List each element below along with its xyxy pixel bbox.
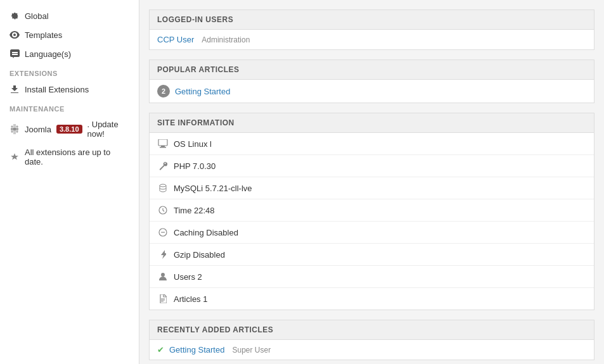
joomla-label: Joomla — [25, 125, 51, 134]
popular-article-count: 2 — [157, 85, 170, 97]
sidebar-item-languages[interactable]: Language(s) — [0, 44, 139, 63]
clock-icon — [157, 204, 169, 216]
logged-in-user-role: Administration — [202, 35, 250, 44]
sidebar-item-global-label: Global — [25, 11, 49, 21]
site-info-time-text: Time 22:48 — [174, 206, 215, 215]
sidebar-item-templates-label: Templates — [25, 30, 62, 40]
site-info-articles: Articles 1 — [150, 288, 594, 310]
svg-point-6 — [161, 273, 165, 277]
logged-in-user-row: CCP User Administration — [150, 30, 594, 49]
star-icon — [10, 152, 20, 162]
svg-point-3 — [160, 184, 166, 187]
gear-icon — [10, 11, 20, 21]
check-icon: ✔ — [157, 345, 164, 355]
svg-rect-1 — [161, 146, 165, 147]
site-info-php: PHP 7.0.30 — [150, 155, 594, 177]
popular-articles-panel: POPULAR ARTICLES 2 Getting Started — [149, 60, 594, 103]
site-info-gzip-text: Gzip Disabled — [174, 250, 225, 260]
site-info-os: OS Linux l — [150, 133, 594, 155]
recently-added-article-author: Super User — [232, 346, 271, 355]
site-info-gzip: Gzip Disabled — [150, 244, 594, 266]
main-content: LOGGED-IN USERS CCP User Administration … — [139, 0, 604, 364]
logged-in-user-link[interactable]: CCP User — [157, 35, 194, 44]
joomla-icon — [10, 124, 20, 134]
logged-in-users-panel: LOGGED-IN USERS CCP User Administration — [149, 9, 594, 50]
site-info-os-text: OS Linux l — [174, 139, 212, 149]
bolt-icon — [157, 249, 169, 260]
svg-rect-2 — [160, 147, 166, 148]
logged-in-users-header: LOGGED-IN USERS — [150, 10, 594, 30]
sidebar-item-install-extensions[interactable]: Install Extensions — [0, 80, 139, 99]
site-info-mysql-text: MySQLi 5.7.21-cll-lve — [174, 184, 252, 193]
recently-added-header: RECENTLY ADDED ARTICLES — [150, 320, 594, 340]
maintenance-section-label: MAINTENANCE — [0, 99, 139, 115]
recently-added-article-link[interactable]: Getting Started — [169, 345, 224, 355]
eye-icon — [10, 30, 20, 40]
database-icon — [157, 182, 169, 194]
sidebar-item-languages-label: Language(s) — [25, 49, 71, 59]
site-info-php-text: PHP 7.0.30 — [174, 161, 215, 171]
sidebar-item-install-extensions-label: Install Extensions — [25, 85, 89, 94]
site-info-users: Users 2 — [150, 266, 594, 288]
joomla-version-badge: 3.8.10 — [56, 125, 82, 134]
site-info-users-text: Users 2 — [174, 272, 202, 282]
site-info-caching: Caching Disabled — [150, 222, 594, 244]
monitor-icon — [157, 138, 169, 149]
sidebar-item-extensions-uptodate: All extensions are up to date. — [0, 143, 139, 171]
joomla-update-text: . Update now! — [87, 120, 129, 139]
site-info-articles-text: Articles 1 — [174, 294, 207, 304]
sidebar-item-joomla[interactable]: Joomla 3.8.10 . Update now! — [0, 115, 139, 143]
file-icon — [157, 293, 169, 304]
site-information-header: SITE INFORMATION — [150, 113, 594, 133]
site-info-mysql: MySQLi 5.7.21-cll-lve — [150, 177, 594, 199]
sidebar: Global Templates Language(s) EXTENSIONS … — [0, 0, 139, 364]
extensions-uptodate-label: All extensions are up to date. — [25, 147, 129, 166]
popular-article-link[interactable]: Getting Started — [175, 87, 230, 96]
recently-added-article-row: ✔ Getting Started Super User — [150, 340, 594, 360]
site-info-caching-text: Caching Disabled — [174, 228, 238, 237]
site-information-panel: SITE INFORMATION OS Linux l PHP 7.0.30 — [149, 113, 594, 310]
popular-article-row: 2 Getting Started — [150, 80, 594, 103]
user-icon — [157, 271, 169, 282]
chat-icon — [10, 49, 20, 59]
circle-off-icon — [157, 227, 169, 238]
sidebar-item-global[interactable]: Global — [0, 6, 139, 25]
extensions-section-label: EXTENSIONS — [0, 63, 139, 80]
download-icon — [10, 84, 20, 94]
wrench-icon — [157, 160, 169, 172]
site-info-time: Time 22:48 — [150, 199, 594, 222]
recently-added-articles-panel: RECENTLY ADDED ARTICLES ✔ Getting Starte… — [149, 320, 594, 360]
popular-articles-header: POPULAR ARTICLES — [150, 60, 594, 80]
sidebar-item-templates[interactable]: Templates — [0, 25, 139, 44]
svg-rect-0 — [158, 139, 167, 146]
